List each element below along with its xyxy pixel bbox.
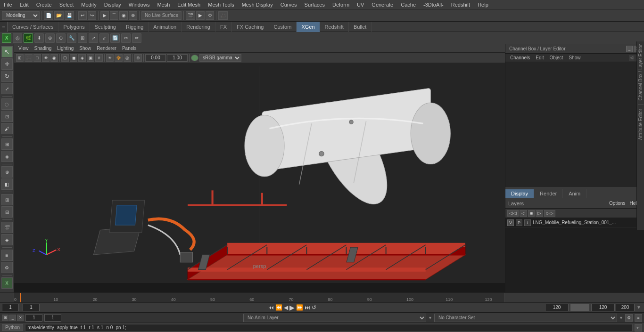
- open-scene-btn[interactable]: 📂: [54, 11, 64, 20]
- xgen-icon-btn5[interactable]: ⊕: [45, 33, 55, 43]
- win-close-btn[interactable]: ✕: [17, 315, 24, 321]
- xgen-icon-btn7[interactable]: 🔧: [67, 33, 76, 43]
- menu-redshift[interactable]: Redshift: [447, 1, 474, 8]
- isolate-btn[interactable]: ◉: [50, 54, 58, 62]
- ipr-btn[interactable]: ▶: [196, 11, 205, 20]
- tab-fx-caching[interactable]: FX Caching: [232, 22, 269, 32]
- move-tool-btn[interactable]: ✛: [1, 58, 13, 70]
- vp-menu-panels[interactable]: Panels: [120, 45, 139, 51]
- char-set-arrow[interactable]: ▼: [619, 316, 623, 320]
- range-arrow-btn[interactable]: ▼: [636, 305, 642, 310]
- xgen-icon-btn1[interactable]: X: [2, 33, 11, 43]
- pb-loop[interactable]: ↺: [311, 304, 317, 311]
- xgen-main-btn[interactable]: X: [1, 277, 13, 289]
- save-scene-btn[interactable]: 💾: [65, 11, 74, 20]
- ptab-anim[interactable]: Anim: [563, 189, 586, 198]
- pivot-btn[interactable]: ⊕: [1, 166, 13, 178]
- vp-menu-renderer[interactable]: Renderer: [94, 45, 119, 51]
- menu-3dtoall[interactable]: -3DtoAll-: [420, 1, 447, 8]
- pb-prev-frame[interactable]: ◀: [283, 304, 289, 311]
- menu-mesh[interactable]: Mesh: [153, 1, 173, 8]
- undo-btn[interactable]: ↩: [78, 11, 87, 20]
- tab-bullet[interactable]: Bullet: [349, 22, 372, 32]
- anim-range-start[interactable]: [545, 304, 569, 311]
- xgen-icon-btn8[interactable]: ⊞: [78, 33, 87, 43]
- menu-mesh-display[interactable]: Mesh Display: [238, 1, 277, 8]
- snap-grid-btn[interactable]: ⊞: [1, 138, 13, 150]
- pb-play-fwd[interactable]: ▶: [289, 304, 295, 311]
- panel-arrow-btn[interactable]: ◁: [629, 55, 635, 61]
- layer-fwd-btn[interactable]: ▷▷: [544, 210, 555, 217]
- anim-frame1-input[interactable]: [25, 314, 42, 322]
- layer-make-selected-btn[interactable]: ■: [528, 210, 535, 217]
- ptab-display[interactable]: Display: [505, 189, 534, 198]
- snap-btn[interactable]: ⊕: [129, 11, 137, 20]
- lighting-btn[interactable]: ☀: [106, 54, 114, 62]
- menu-modify[interactable]: Modify: [77, 1, 100, 8]
- tab-animation[interactable]: Animation: [149, 22, 182, 32]
- shaded-btn[interactable]: ◼: [70, 54, 77, 62]
- 3d-scene[interactable]: X Y Z persp: [14, 63, 505, 283]
- vp-menu-show[interactable]: Show: [77, 45, 93, 51]
- menu-deform[interactable]: Deform: [329, 1, 353, 8]
- pb-go-start[interactable]: ⏮: [268, 304, 274, 311]
- win-icon-btn[interactable]: ⊞: [2, 315, 8, 321]
- xgen-icon-btn10[interactable]: ↙: [99, 33, 109, 43]
- new-scene-btn[interactable]: 📄: [44, 11, 53, 20]
- vp-menu-lighting[interactable]: Lighting: [55, 45, 76, 51]
- timeline-ruler[interactable]: 0102030405060708090100110120: [14, 292, 504, 303]
- camera-persp-btn[interactable]: 🎥: [25, 54, 33, 62]
- wireframe-btn[interactable]: ⊡: [61, 54, 69, 62]
- camera-ortho-btn[interactable]: □: [33, 54, 41, 62]
- rotate-tool-btn[interactable]: ↻: [1, 71, 13, 82]
- tab-fx[interactable]: FX: [215, 22, 232, 32]
- outliner-btn[interactable]: ≡: [1, 250, 13, 261]
- paint-btn[interactable]: ◉: [119, 11, 128, 20]
- cb-object-menu[interactable]: Object: [548, 55, 565, 61]
- panel-minimize-btn[interactable]: _: [626, 46, 633, 52]
- layer-playback-btn[interactable]: P: [516, 219, 522, 226]
- layer-back-btn[interactable]: ◁◁: [507, 210, 519, 217]
- render-settings-btn[interactable]: ⚙: [206, 11, 214, 20]
- xgen-icon-btn9[interactable]: ↗: [89, 33, 98, 43]
- menu-surfaces[interactable]: Surfaces: [301, 1, 329, 8]
- shadow-btn[interactable]: 🔅: [115, 54, 123, 62]
- menu-display[interactable]: Display: [100, 1, 125, 8]
- grid-btn[interactable]: #: [95, 54, 103, 62]
- menu-edit-mesh[interactable]: Edit Mesh: [173, 1, 204, 8]
- scale-tool-btn[interactable]: ⤢: [1, 83, 13, 94]
- display-btn[interactable]: ◧: [1, 178, 13, 190]
- python-tab[interactable]: Python: [2, 324, 23, 331]
- quad-btn[interactable]: ⊞: [1, 194, 13, 205]
- menu-windows[interactable]: Windows: [125, 1, 154, 8]
- attribute-editor-tab-label[interactable]: Attribute Editor: [637, 106, 644, 143]
- tab-xgen[interactable]: XGen: [297, 22, 320, 32]
- anim-options-btn[interactable]: ≡: [635, 314, 642, 322]
- layers-options-btn[interactable]: Options: [607, 200, 627, 206]
- menu-cache[interactable]: Cache: [397, 1, 420, 8]
- pb-step-back[interactable]: ⏪: [275, 304, 283, 311]
- anim-layer-select[interactable]: No Anim Layer: [243, 314, 426, 322]
- pb-go-end[interactable]: ⏭: [304, 304, 311, 311]
- menu-file[interactable]: File: [0, 1, 16, 8]
- layer-color-swatch[interactable]: /: [524, 219, 531, 226]
- xgen-icon-btn6[interactable]: ⊙: [56, 33, 66, 43]
- menu-create[interactable]: Create: [33, 1, 56, 8]
- tab-rigging[interactable]: Rigging: [121, 22, 149, 32]
- menu-edit[interactable]: Edit: [16, 1, 33, 8]
- anim-total-frames[interactable]: [616, 304, 635, 311]
- camera-fit-btn[interactable]: ⊞: [16, 54, 24, 62]
- cb-edit-menu[interactable]: Edit: [534, 55, 545, 61]
- select-mode-btn[interactable]: ↖: [1, 46, 13, 57]
- frame-value2-input[interactable]: [23, 304, 40, 311]
- xgen-icon-btn2[interactable]: ◎: [13, 33, 22, 43]
- anim-settings-btn[interactable]: ⚙: [625, 314, 633, 322]
- cb-channels-menu[interactable]: Channels: [508, 55, 532, 61]
- snap-point-btn[interactable]: ◈: [1, 151, 13, 162]
- pb-next-frame[interactable]: ⏩: [296, 304, 304, 311]
- ptab-render[interactable]: Render: [534, 189, 563, 198]
- win-minimize-btn[interactable]: _: [9, 315, 16, 321]
- script-exec-btn[interactable]: ↵: [635, 324, 642, 332]
- tab-curves-surfaces[interactable]: Curves / Surfaces: [8, 22, 58, 32]
- rotate-input[interactable]: [145, 54, 166, 62]
